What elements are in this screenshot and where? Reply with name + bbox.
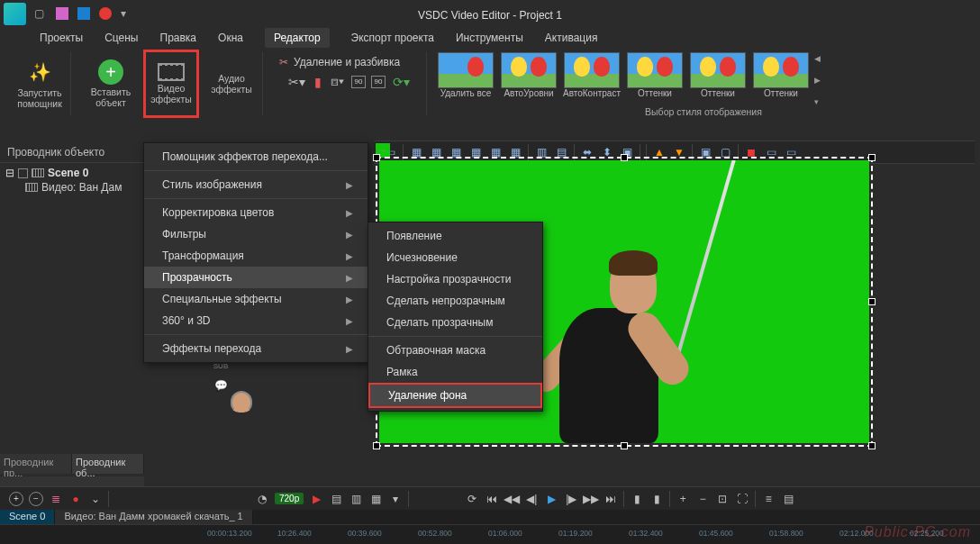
play-rec-icon[interactable]: ▶ — [309, 492, 323, 506]
dropdown-icon[interactable]: ▾ — [121, 7, 133, 20]
app-logo — [4, 3, 26, 25]
menu-item[interactable]: 360° и 3D▶ — [144, 310, 368, 331]
handle-s[interactable] — [621, 442, 628, 449]
submenu-item[interactable]: Обтравочная маска — [368, 340, 542, 361]
rec-dot-icon[interactable]: ● — [68, 492, 83, 506]
clock-icon[interactable]: ◔ — [255, 492, 269, 506]
step-back-icon[interactable]: ◀| — [524, 492, 539, 506]
menu-правка[interactable]: Правка — [160, 32, 197, 44]
video-effects-menu: Помощник эффектов перехода...Стиль изобр… — [143, 142, 368, 363]
doc-icon[interactable]: ▢ — [34, 7, 47, 20]
props-icon[interactable]: ▤ — [781, 492, 795, 506]
resolution-badge[interactable]: 720p — [275, 493, 304, 504]
style-thumb-4[interactable]: Оттенки — [688, 52, 748, 98]
crop-tool-icon[interactable]: ⧈▾ — [329, 72, 346, 91]
handle-nw[interactable] — [373, 154, 380, 161]
mark-out-icon[interactable]: ▮ — [649, 492, 664, 506]
menu-item[interactable]: Помощник эффектов перехода... — [144, 146, 368, 168]
style-thumb-2[interactable]: АвтоКонтраст — [562, 52, 622, 98]
plus-icon: + — [98, 59, 123, 85]
menu-экспорт проекта[interactable]: Экспорт проекта — [351, 32, 434, 44]
handle-sw[interactable] — [373, 442, 380, 449]
run-wizard-label: Запустить помощник — [17, 87, 61, 109]
video-effects-button[interactable]: Видео эффекты — [148, 54, 195, 113]
strip2-icon[interactable]: ▥ — [349, 492, 363, 506]
timeline-tab-0[interactable]: Scene 0 — [0, 510, 55, 524]
remove-track-button[interactable]: − — [29, 492, 43, 506]
fit-icon[interactable]: ⊡ — [715, 492, 730, 506]
tree-video[interactable]: Видео: Ван Дам — [25, 181, 139, 194]
gallery-more-icon[interactable]: ▾ — [814, 97, 821, 106]
step-fwd-icon[interactable]: |▶ — [564, 492, 578, 506]
audio-effects-button[interactable]: Аудио эффекты — [208, 54, 255, 113]
play-icon[interactable]: ▶ — [544, 492, 558, 506]
prev-start-icon[interactable]: ⏮ — [485, 492, 499, 506]
rotate-ccw-icon[interactable]: 90 — [351, 76, 366, 88]
menu-item[interactable]: Корректировка цветов▶ — [144, 202, 368, 223]
add-track-button[interactable]: + — [9, 492, 23, 506]
style-thumb-0[interactable]: Удалить все — [436, 52, 495, 98]
subtitle-icon[interactable]: SUB — [213, 362, 228, 370]
submenu-item[interactable]: Исчезновение — [368, 247, 542, 268]
left-tab-0[interactable]: Проводник пр... — [0, 454, 72, 474]
menu-сцены[interactable]: Сцены — [104, 32, 138, 44]
run-wizard-button[interactable]: ✨ Запустить помощник — [16, 54, 63, 113]
mark-in-icon[interactable]: ▮ — [630, 492, 644, 506]
menu-окна[interactable]: Окна — [218, 32, 243, 44]
dd-icon[interactable]: ▾ — [388, 492, 403, 506]
comment-icon[interactable]: 💬 — [214, 379, 228, 392]
handle-n[interactable] — [621, 154, 628, 161]
transparency-submenu: ПоявлениеИсчезновениеНастройка прозрачно… — [368, 222, 543, 412]
left-tab-1[interactable]: Проводник об... — [72, 454, 144, 474]
refresh-icon[interactable]: ⟳▾ — [391, 73, 412, 91]
menu-редактор[interactable]: Редактор — [265, 28, 330, 48]
tree-scene[interactable]: ⊟Scene 0 — [5, 167, 139, 179]
record-icon[interactable] — [99, 7, 112, 20]
list-icon[interactable]: ≡ — [761, 492, 776, 506]
next-end-icon[interactable]: ⏭ — [603, 492, 618, 506]
menu-item[interactable]: Специальные эффекты▶ — [144, 288, 368, 310]
ffwd-icon[interactable]: ▶▶ — [584, 492, 598, 506]
handle-ne[interactable] — [868, 154, 876, 161]
rewind-icon[interactable]: ◀◀ — [504, 492, 519, 506]
style-thumb-1[interactable]: АвтоУровни — [499, 52, 558, 98]
crop-icon[interactable]: ▮ — [313, 73, 323, 91]
strip-icon[interactable]: ▤ — [329, 492, 343, 506]
style-thumb-5[interactable]: Оттенки — [751, 52, 811, 98]
menu-item[interactable]: Эффекты перехода▶ — [144, 338, 368, 359]
submenu-item[interactable]: Удаление фона — [368, 383, 542, 408]
tool-a-icon[interactable]: ⌄ — [88, 492, 103, 506]
cut-icon[interactable]: ✂▾ — [286, 73, 307, 91]
tick: 01:32.400 — [629, 529, 663, 538]
handle-se[interactable] — [868, 442, 876, 449]
rotate-cw-icon[interactable]: 90 — [371, 76, 386, 88]
menu-item[interactable]: Стиль изображения▶ — [144, 174, 368, 195]
quick-icon-2[interactable] — [77, 7, 90, 20]
handle-e[interactable] — [868, 298, 876, 305]
tick: 00:39.600 — [348, 529, 382, 538]
insert-object-button[interactable]: + Вставить объект — [87, 54, 134, 113]
menu-проекты[interactable]: Проекты — [40, 32, 83, 44]
menu-активация[interactable]: Активация — [545, 32, 598, 44]
menu-item[interactable]: Прозрачность▶ — [144, 267, 368, 288]
submenu-item[interactable]: Настройка прозрачности — [368, 268, 542, 290]
submenu-item[interactable]: Сделать прозрачным — [368, 312, 542, 333]
gallery-next-icon[interactable]: ▶ — [814, 76, 821, 85]
quick-icon-1[interactable] — [56, 7, 68, 20]
submenu-item[interactable]: Рамка — [368, 361, 542, 383]
loop-icon[interactable]: ⟳ — [465, 492, 479, 506]
submenu-item[interactable]: Появление — [368, 225, 542, 247]
zoom-in-icon[interactable]: + — [676, 492, 690, 506]
menu-item[interactable]: Фильтры▶ — [144, 223, 368, 245]
submenu-item[interactable]: Сделать непрозрачным — [368, 290, 542, 312]
grid-icon[interactable]: ▦ — [368, 492, 383, 506]
timeline-tab-1[interactable]: Видео: Ван Дамм хромакей скачать_ 1 — [55, 510, 252, 524]
menu-item[interactable]: Трансформация▶ — [144, 245, 368, 267]
tracks-icon[interactable]: ≣ — [49, 492, 63, 506]
menu-инструменты[interactable]: Инструменты — [456, 32, 523, 44]
full-icon[interactable]: ⛶ — [735, 492, 749, 506]
zoom-out-icon[interactable]: − — [695, 492, 710, 506]
audio-effects-label: Аудио эффекты — [211, 73, 252, 95]
gallery-prev-icon[interactable]: ◀ — [814, 54, 821, 63]
style-thumb-3[interactable]: Оттенки — [625, 52, 685, 98]
